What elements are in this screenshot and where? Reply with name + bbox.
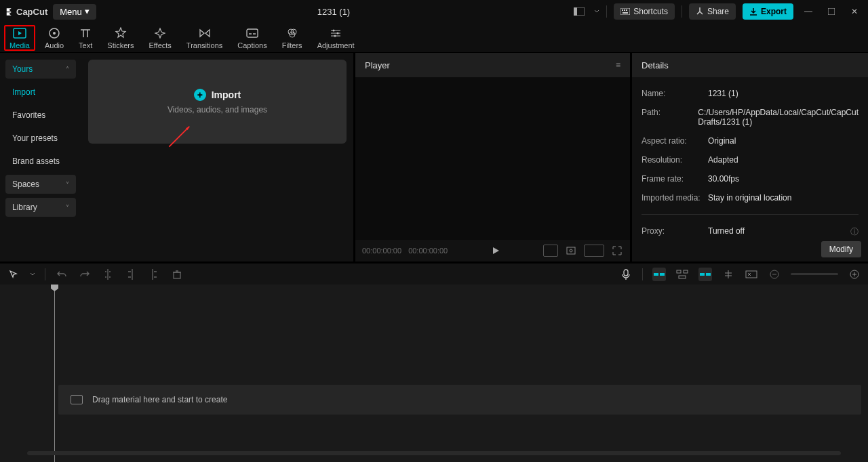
svg-rect-27 [684, 270, 688, 273]
chevron-down-icon: ▾ [85, 6, 90, 16]
tab-label: Text [79, 41, 92, 49]
redo-icon[interactable] [78, 268, 92, 281]
tab-text[interactable]: Text [73, 25, 98, 51]
import-subtitle: Videos, audios, and images [167, 105, 267, 114]
detail-value-proxy: Turned off ⓘ [708, 226, 859, 238]
export-button[interactable]: Export [743, 3, 793, 20]
zoom-slider[interactable] [791, 273, 838, 275]
shortcuts-button[interactable]: Shortcuts [614, 3, 675, 20]
adjustment-icon [329, 26, 342, 40]
app-logo: CapCut [5, 7, 47, 17]
detail-label-name: Name: [642, 89, 708, 98]
help-icon[interactable]: ⓘ [850, 226, 859, 238]
plus-icon: + [194, 89, 206, 101]
svg-rect-31 [746, 271, 757, 278]
timeline-ruler[interactable] [0, 285, 868, 297]
playhead[interactable] [54, 285, 55, 462]
transitions-icon [198, 26, 212, 40]
tab-audio[interactable]: Audio [39, 25, 69, 51]
sidebar-item-import[interactable]: Import [5, 83, 76, 102]
share-button[interactable]: Share [689, 3, 736, 20]
svg-point-17 [334, 35, 336, 37]
sidebar-item-library[interactable]: Library ˅ [5, 198, 76, 217]
cursor-tool-icon[interactable] [7, 268, 20, 281]
detail-label-resolution: Resolution: [642, 155, 708, 165]
undo-icon[interactable] [55, 268, 68, 281]
split-right-icon[interactable] [147, 268, 161, 281]
sidebar-item-brand-assets[interactable]: Brand assets [5, 152, 76, 171]
window-close-icon[interactable]: ✕ [846, 3, 863, 20]
details-header: Details [632, 53, 868, 77]
magnet-track-icon[interactable] [675, 268, 689, 281]
tab-adjustment[interactable]: Adjustment [312, 25, 360, 51]
play-button[interactable] [490, 245, 502, 257]
text-icon [79, 26, 92, 40]
filters-icon [285, 26, 299, 40]
link-icon[interactable] [698, 268, 712, 281]
chevron-down-icon[interactable] [30, 272, 35, 277]
player-title: Player [365, 60, 390, 70]
ratio-adjust-icon[interactable] [565, 245, 577, 257]
sidebar-item-favorites[interactable]: Favorites [5, 106, 76, 125]
project-title: 1231 (1) [102, 7, 566, 17]
shortcuts-label: Shortcuts [633, 7, 668, 16]
svg-rect-29 [700, 273, 705, 276]
svg-rect-28 [679, 276, 686, 278]
layout-icon[interactable] [571, 3, 587, 20]
timeline-dropzone[interactable]: Drag material here and start to create [58, 385, 861, 415]
svg-rect-3 [622, 9, 623, 11]
tab-label: Adjustment [317, 41, 355, 49]
divider [45, 268, 45, 280]
detail-label-fps: Frame rate: [642, 174, 708, 184]
split-left-icon[interactable] [124, 268, 138, 281]
drop-hint-text: Drag material here and start to create [92, 395, 227, 404]
captions-icon [245, 26, 259, 40]
tab-stickers[interactable]: Stickers [102, 25, 139, 51]
tab-captions[interactable]: Captions [232, 25, 272, 51]
modify-button[interactable]: Modify [821, 241, 861, 257]
svg-marker-19 [186, 127, 189, 130]
delete-icon[interactable] [170, 268, 184, 281]
timeline[interactable]: Drag material here and start to create [0, 285, 868, 462]
tab-media[interactable]: Media [4, 25, 35, 51]
divider [642, 214, 859, 215]
svg-rect-24 [654, 273, 658, 276]
preview-axis-icon[interactable] [722, 268, 735, 281]
ratio-original-button[interactable] [543, 245, 558, 257]
sidebar-item-presets[interactable]: Your presets [5, 129, 76, 148]
tab-effects[interactable]: Effects [143, 25, 176, 51]
chevron-down-icon: ˅ [66, 181, 69, 188]
chevron-down-icon[interactable] [594, 9, 599, 14]
timeline-scrollbar[interactable] [27, 451, 841, 455]
sidebar-item-spaces[interactable]: Spaces ˅ [5, 175, 76, 194]
window-maximize-icon[interactable] [823, 3, 840, 20]
split-icon[interactable] [101, 268, 115, 281]
sidebar-item-yours[interactable]: Yours ˄ [5, 60, 76, 79]
svg-rect-23 [624, 270, 628, 276]
svg-rect-5 [626, 9, 627, 11]
clear-preview-icon[interactable] [745, 268, 758, 281]
effects-icon [153, 26, 167, 40]
divider [682, 5, 682, 18]
window-minimize-icon[interactable]: — [800, 3, 816, 20]
detail-label-path: Path: [642, 108, 698, 127]
magnet-main-icon[interactable] [652, 268, 666, 281]
tab-filters[interactable]: Filters [277, 25, 308, 51]
tab-label: Audio [45, 41, 64, 49]
tab-transitions[interactable]: Transitions [181, 25, 228, 51]
annotation-arrow-icon [167, 122, 194, 149]
time-total: 00:00:00:00 [408, 247, 448, 255]
player-panel: Player ≡ 00:00:00:00 00:00:00:00 [355, 53, 632, 261]
mic-icon[interactable] [619, 268, 633, 281]
ratio-wide-button[interactable] [584, 245, 604, 257]
fullscreen-icon[interactable] [611, 245, 623, 257]
zoom-in-icon[interactable] [848, 268, 861, 281]
zoom-out-icon[interactable] [768, 268, 781, 281]
import-dropzone[interactable]: + Import Videos, audios, and images [88, 60, 347, 144]
player-menu-icon[interactable]: ≡ [616, 60, 620, 70]
menu-button[interactable]: Menu ▾ [53, 4, 96, 20]
audio-icon [47, 26, 61, 40]
chevron-up-icon: ˄ [66, 66, 69, 73]
svg-rect-6 [623, 12, 628, 14]
player-header: Player ≡ [355, 53, 630, 77]
